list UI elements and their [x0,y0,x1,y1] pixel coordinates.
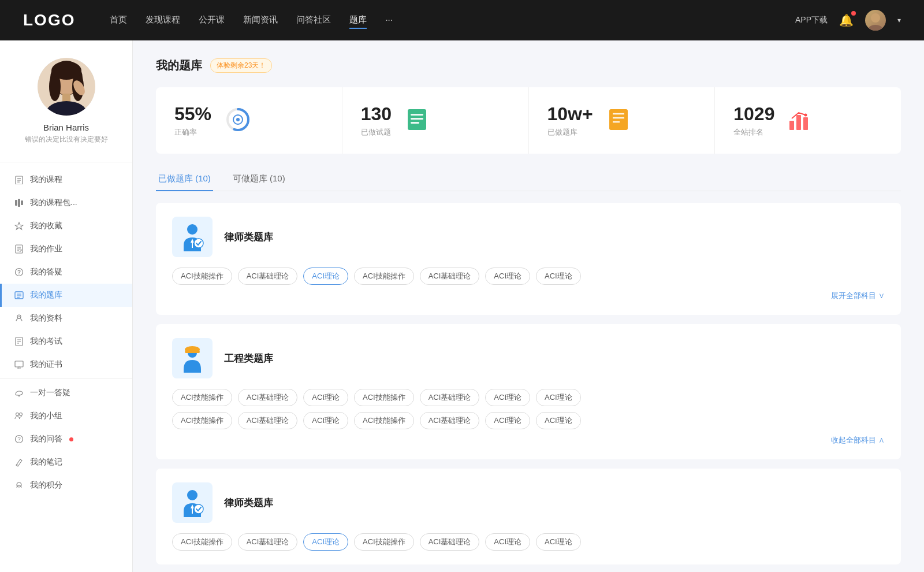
tag-2-9[interactable]: ACI基础理论 [238,412,298,429]
qbank-title-1: 律师类题库 [224,231,273,244]
question-dot [69,437,73,441]
notification-badge [851,11,856,16]
svg-point-39 [20,413,23,416]
done-q-icon [405,108,429,133]
rank-icon [788,109,811,132]
tag-1-2[interactable]: ACI基础理论 [238,268,298,285]
notification-bell[interactable]: 🔔 [839,13,854,27]
question-icon: ? [14,434,24,444]
tag-2-13[interactable]: ACI理论 [485,412,530,429]
navbar: LOGO 首页 发现课程 公开课 新闻资讯 问答社区 题库 ··· APP下载 … [0,0,924,40]
navbar-menu: 首页 发现课程 公开课 新闻资讯 问答社区 题库 ··· [110,12,795,29]
tag-3-4[interactable]: ACI技能操作 [354,533,414,551]
avatar-placeholder [865,10,886,31]
qbank-tags-1: ACI技能操作 ACI基础理论 ACI理论 ACI技能操作 ACI基础理论 AC… [172,268,885,285]
stat-rank-text: 1029 全站排名 [733,103,774,138]
sidebar-divider [0,162,132,162]
sidebar-item-homework[interactable]: 我的作业 [0,237,132,261]
exam-icon [14,336,24,347]
tag-2-2[interactable]: ACI基础理论 [238,389,298,406]
tag-1-1[interactable]: ACI技能操作 [172,268,232,285]
course-icon [14,174,24,185]
nav-qa[interactable]: 问答社区 [296,12,331,29]
tag-2-8[interactable]: ACI技能操作 [172,412,232,429]
tag-2-12[interactable]: ACI基础理论 [420,412,480,429]
sidebar-item-collect[interactable]: 我的收藏 [0,214,132,237]
notes-icon [14,457,24,467]
user-dropdown-arrow[interactable]: ▾ [897,16,901,24]
svg-point-59 [804,113,807,116]
user-avatar[interactable] [865,10,886,31]
tag-2-7[interactable]: ACI理论 [536,389,581,406]
tag-2-14[interactable]: ACI理论 [536,412,581,429]
sidebar-menu: 我的课程 我的课程包... 我的收藏 我的作业 [0,168,132,497]
tag-3-2[interactable]: ACI基础理论 [238,533,298,551]
tag-2-3[interactable]: ACI理论 [303,389,348,406]
nav-qbank[interactable]: 题库 [349,12,367,29]
tag-3-3[interactable]: ACI理论 [303,533,348,551]
sidebar-avatar[interactable] [38,58,95,116]
data-icon [14,313,24,324]
tag-1-4[interactable]: ACI技能操作 [354,268,414,285]
sidebar-item-data[interactable]: 我的资料 [0,307,132,330]
sidebar-item-tutoring[interactable]: 一对一答疑 [0,381,132,404]
nav-news[interactable]: 新闻资讯 [243,12,278,29]
stats-row: 55% 正确率 130 已做试题 [156,87,901,154]
tag-2-6[interactable]: ACI理论 [485,389,530,406]
svg-point-63 [194,239,203,248]
tag-1-5[interactable]: ACI基础理论 [420,268,480,285]
tag-2-5[interactable]: ACI基础理论 [420,389,480,406]
qbank-collapse-2[interactable]: 收起全部科目 ∧ [172,435,885,445]
sidebar-item-group[interactable]: 我的小组 [0,404,132,428]
nav-more[interactable]: ··· [385,12,393,29]
main-content: 我的题库 体验剩余23天！ 55% 正确率 [133,40,924,572]
tag-1-6[interactable]: ACI理论 [485,268,530,285]
rank-number: 1029 [733,103,774,125]
tag-3-7[interactable]: ACI理论 [536,533,581,551]
nav-home[interactable]: 首页 [110,12,127,29]
sidebar-item-cert[interactable]: 我的证书 [0,353,132,376]
tag-3-1[interactable]: ACI技能操作 [172,533,232,551]
sidebar-divider2 [0,378,132,379]
accuracy-label: 正确率 [174,127,211,138]
sidebar-item-question[interactable]: ? 我的问答 [0,428,132,451]
sidebar-label-qbank: 我的题库 [30,290,62,300]
sidebar-item-qa[interactable]: ? 我的答疑 [0,261,132,284]
nav-discover[interactable]: 发现课程 [146,12,180,29]
tag-3-6[interactable]: ACI理论 [485,533,530,551]
navbar-logo[interactable]: LOGO [23,11,75,29]
tag-2-1[interactable]: ACI技能操作 [172,389,232,406]
tag-2-11[interactable]: ACI技能操作 [354,412,414,429]
tutoring-icon [14,388,24,398]
nav-open-course[interactable]: 公开课 [199,12,225,29]
qbank-header-2: 工程类题库 [172,338,885,378]
stat-done-banks: 10w+ 已做题库 [529,87,716,154]
tag-2-10[interactable]: ACI理论 [303,412,348,429]
sidebar-item-points[interactable]: 我的积分 [0,474,132,497]
sidebar-item-notes[interactable]: 我的笔记 [0,451,132,474]
svg-point-47 [236,118,240,121]
svg-point-60 [187,224,198,235]
tag-2-4[interactable]: ACI技能操作 [354,389,414,406]
qbank-expand-1[interactable]: 展开全部科目 ∨ [172,291,885,301]
tag-1-7[interactable]: ACI理论 [536,268,581,285]
sidebar-item-exam[interactable]: 我的考试 [0,330,132,353]
tab-available-banks[interactable]: 可做题库 (10) [230,168,288,191]
sidebar-item-my-course[interactable]: 我的课程 [0,168,132,191]
bell-icon: 🔔 [839,14,854,27]
svg-rect-58 [803,117,808,130]
sidebar-label-exam: 我的考试 [30,336,62,347]
svg-rect-66 [185,351,200,353]
qbank-icon-lawyer-2 [172,482,213,523]
sidebar-label-homework: 我的作业 [30,244,62,254]
sidebar-label-my-course: 我的课程 [30,174,62,185]
accuracy-icon [225,107,251,135]
app-download-button[interactable]: APP下载 [795,15,828,25]
sidebar-item-course-pack[interactable]: 我的课程包... [0,191,132,214]
sidebar-item-qbank[interactable]: 我的题库 [0,284,132,307]
tag-1-3[interactable]: ACI理论 [303,268,348,285]
tab-done-banks[interactable]: 已做题库 (10) [156,168,213,191]
tag-3-5[interactable]: ACI基础理论 [420,533,480,551]
done-b-label: 已做题库 [547,127,593,138]
qbank-title-3: 律师类题库 [224,496,273,510]
